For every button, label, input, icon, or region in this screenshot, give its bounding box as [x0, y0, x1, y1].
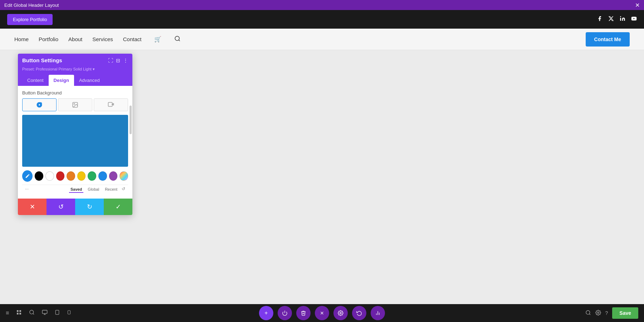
bottom-search-icon[interactable]: [29, 309, 35, 317]
nav-services[interactable]: Services: [92, 36, 113, 42]
mobile-icon[interactable]: [67, 309, 71, 317]
nav-about[interactable]: About: [68, 36, 82, 42]
grid-icon[interactable]: [16, 309, 22, 317]
undo-button[interactable]: ↺: [47, 199, 75, 215]
bg-color-btn[interactable]: [22, 98, 57, 111]
confirm-button[interactable]: ✓: [104, 199, 132, 215]
svg-line-3: [179, 40, 180, 41]
panel-body: Button Background: [18, 86, 132, 199]
tab-advanced[interactable]: Advanced: [74, 75, 105, 86]
swatch-orange[interactable]: [67, 171, 75, 181]
svg-point-0: [620, 16, 621, 17]
svg-rect-11: [17, 313, 19, 314]
scrollbar[interactable]: [130, 106, 132, 134]
settings-button[interactable]: [333, 306, 348, 320]
svg-rect-15: [43, 310, 47, 313]
cart-icon[interactable]: 🛒: [154, 36, 161, 43]
youtube-icon[interactable]: [631, 16, 637, 23]
tab-design[interactable]: Design: [49, 75, 74, 86]
tab-content[interactable]: Content: [22, 75, 49, 86]
svg-rect-10: [20, 310, 21, 312]
swatch-purple[interactable]: [109, 171, 118, 181]
footer-tab-global[interactable]: Global: [86, 186, 101, 193]
swatch-red[interactable]: [56, 171, 65, 181]
bg-image-btn[interactable]: [58, 98, 92, 111]
close-button[interactable]: [315, 306, 329, 320]
stats-button[interactable]: [371, 306, 385, 320]
panel-preset: Preset: Professional Primary Solid Light…: [18, 65, 132, 75]
color-preview[interactable]: [22, 115, 128, 167]
hamburger-icon[interactable]: ≡: [6, 310, 9, 316]
top-bar-title: Edit Global Header Layout: [4, 3, 59, 8]
color-swatches: [22, 170, 128, 182]
footer-tab-saved[interactable]: Saved: [69, 186, 83, 193]
swatch-black[interactable]: [35, 171, 43, 181]
add-button[interactable]: +: [259, 306, 273, 320]
svg-point-29: [586, 311, 590, 314]
svg-rect-9: [17, 310, 19, 312]
panel-more-icon[interactable]: ⋮: [123, 58, 128, 63]
close-icon[interactable]: ✕: [635, 2, 640, 9]
panel-actions: ✕ ↺ ↻ ✓: [18, 199, 132, 215]
save-button[interactable]: Save: [612, 307, 638, 319]
history-button[interactable]: [352, 306, 366, 320]
nav-bar: Home Portfolio About Services Contact 🛒 …: [0, 29, 644, 50]
search-icon[interactable]: [174, 35, 181, 43]
swatch-blue[interactable]: [98, 171, 107, 181]
social-icons: [597, 16, 637, 23]
redo-button[interactable]: ↻: [75, 199, 104, 215]
bg-type-selector: [22, 98, 128, 111]
svg-rect-7: [108, 102, 112, 106]
panel-tabs: Content Design Advanced: [18, 75, 132, 86]
contact-me-button[interactable]: Contact Me: [586, 32, 630, 47]
svg-rect-18: [56, 310, 59, 314]
svg-point-2: [175, 36, 180, 40]
footer-dots[interactable]: ···: [25, 186, 29, 193]
svg-rect-20: [68, 311, 70, 314]
twitter-x-icon[interactable]: [608, 16, 614, 23]
preset-selector[interactable]: Preset: Professional Primary Solid Light…: [22, 67, 95, 71]
panel-header-icons: ⛶ ⊟ ⋮: [108, 58, 128, 63]
delete-button[interactable]: [296, 306, 311, 320]
bg-video-btn[interactable]: [94, 98, 128, 111]
main-area: Button Settings ⛶ ⊟ ⋮ Preset: Profession…: [0, 50, 644, 304]
bottom-left-icons: ≡: [6, 309, 71, 317]
facebook-icon[interactable]: [597, 16, 602, 23]
linkedin-icon[interactable]: [620, 16, 625, 23]
swatch-white[interactable]: [45, 171, 54, 181]
footer-tab-recent[interactable]: Recent: [103, 186, 119, 193]
svg-point-6: [74, 103, 74, 104]
svg-point-13: [30, 310, 34, 314]
bottom-right-settings-icon[interactable]: [595, 310, 601, 317]
explore-portfolio-button[interactable]: Explore Portfolio: [7, 14, 53, 25]
svg-line-14: [33, 313, 34, 314]
background-label: Button Background: [22, 90, 128, 96]
bottom-toolbar: ≡ +: [0, 304, 644, 322]
nav-portfolio[interactable]: Portfolio: [39, 36, 58, 42]
panel-layout-icon[interactable]: ⊟: [116, 58, 120, 63]
svg-point-31: [597, 312, 599, 313]
bottom-right-search-icon[interactable]: [585, 310, 591, 317]
swatch-gradient[interactable]: [119, 171, 128, 181]
svg-rect-12: [20, 313, 21, 314]
edit-color-btn[interactable]: [22, 170, 33, 182]
panel-external-icon[interactable]: ⛶: [108, 58, 113, 63]
refresh-icon[interactable]: ↺: [122, 186, 125, 193]
tablet-icon[interactable]: [55, 309, 60, 317]
nav-home[interactable]: Home: [14, 36, 29, 42]
swatch-green[interactable]: [88, 171, 96, 181]
svg-line-30: [589, 314, 590, 315]
panel-header: Button Settings ⛶ ⊟ ⋮: [18, 54, 132, 65]
panel-title: Button Settings: [22, 57, 108, 63]
cancel-button[interactable]: ✕: [18, 199, 47, 215]
bottom-center-icons: +: [259, 306, 385, 320]
svg-point-25: [340, 312, 341, 314]
bottom-right-icons: ? Save: [585, 307, 639, 319]
help-icon[interactable]: ?: [605, 310, 608, 316]
header-preview: Explore Portfolio: [0, 10, 644, 29]
desktop-icon[interactable]: [42, 309, 48, 317]
settings-panel: Button Settings ⛶ ⊟ ⋮ Preset: Profession…: [18, 54, 132, 215]
power-button[interactable]: [278, 306, 292, 320]
nav-contact[interactable]: Contact: [123, 36, 142, 42]
swatch-yellow[interactable]: [77, 171, 86, 181]
